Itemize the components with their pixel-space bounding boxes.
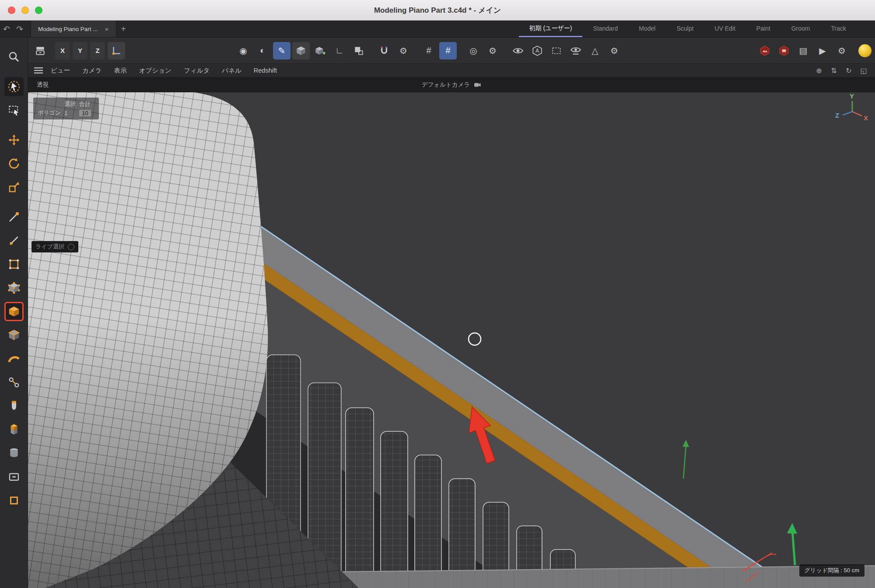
viewport-solo-button[interactable]: [509, 42, 527, 60]
tool-tooltip-icon: [68, 244, 74, 250]
frame-selection-tool[interactable]: [4, 255, 24, 274]
asset-browser-button[interactable]: [32, 42, 49, 60]
layout-tab-sculpt[interactable]: Sculpt: [666, 21, 704, 37]
tool-tooltip-label: ライブ選択: [35, 243, 64, 251]
render-view-button[interactable]: [756, 42, 774, 60]
layout-tab-standard[interactable]: Standard: [582, 21, 628, 37]
polygon-pen-button[interactable]: ✎: [273, 42, 290, 60]
menu-view[interactable]: ビュー: [45, 66, 76, 75]
viewport-3d[interactable]: Y Z X 選択 合計 ポリゴン: [28, 92, 875, 588]
add-object-button[interactable]: [312, 42, 329, 60]
uv-square-icon: [7, 494, 21, 507]
redo-button[interactable]: ↷: [13, 22, 26, 35]
undo-button[interactable]: ↶: [0, 22, 13, 35]
layout-tab-groom[interactable]: Groom: [781, 21, 821, 37]
points-mode-icon: [7, 281, 21, 294]
menu-filter[interactable]: フィルタ: [178, 66, 216, 75]
coordinate-system-button[interactable]: [108, 42, 125, 60]
pen-tool[interactable]: [4, 207, 24, 227]
edge-mode-icon: [7, 329, 21, 342]
dolly-view-icon[interactable]: ⇅: [829, 66, 839, 75]
menu-camera[interactable]: カメラ: [76, 66, 108, 75]
rectangle-selection-tool[interactable]: [4, 101, 24, 120]
snap-settings-button[interactable]: ⚙: [395, 42, 412, 60]
cylinder-tool-button[interactable]: [4, 444, 24, 463]
camera-label: デフォルトカメラ: [422, 81, 470, 89]
search-button[interactable]: [4, 47, 24, 66]
scale-tool[interactable]: [4, 178, 24, 197]
edge-mode-button[interactable]: [4, 326, 24, 345]
orbit-view-icon[interactable]: ↻: [844, 66, 854, 75]
points-mode-button[interactable]: [4, 278, 24, 298]
snap-target-button[interactable]: ◉: [234, 42, 252, 60]
layout-tab-track[interactable]: Track: [821, 21, 857, 37]
document-tab[interactable]: Modeling Piano Part ... ×: [31, 21, 116, 37]
auto-snap-button[interactable]: [375, 42, 393, 60]
half-sphere-button[interactable]: ◐: [254, 42, 271, 60]
layout-tab-model[interactable]: Model: [628, 21, 666, 37]
selection-filter-button[interactable]: [548, 42, 565, 60]
menu-display[interactable]: 表示: [108, 66, 133, 75]
tool-tooltip: ライブ選択: [32, 241, 78, 252]
camera-label-group[interactable]: デフォルトカメラ: [422, 81, 482, 89]
hamburger-icon: [34, 67, 43, 74]
cube-primitive-button[interactable]: [292, 42, 310, 60]
quantize-button[interactable]: #: [439, 42, 457, 60]
maximize-view-icon[interactable]: ◱: [858, 66, 869, 75]
joint-tool-button[interactable]: [4, 373, 24, 392]
axis-lock-x-button[interactable]: X: [55, 42, 70, 60]
layout-tab-initial[interactable]: 初期 (ユーザー): [519, 21, 583, 37]
axis-lock-z-button[interactable]: Z: [90, 42, 105, 60]
options-gear-button[interactable]: ⚙: [606, 42, 623, 60]
view-filter-button[interactable]: [567, 42, 584, 60]
grid-button[interactable]: #: [420, 42, 438, 60]
new-tab-button[interactable]: +: [116, 22, 130, 36]
pan-view-icon[interactable]: ⊕: [814, 66, 824, 75]
tool-sidebar: [0, 38, 28, 588]
minimize-window-button[interactable]: [21, 7, 29, 14]
cube-add-icon: [315, 45, 326, 56]
workplane-button[interactable]: [350, 42, 368, 60]
workplane-mode-button[interactable]: [4, 420, 24, 439]
scene-canvas[interactable]: Y Z X: [28, 92, 875, 588]
menu-options[interactable]: オプション: [133, 66, 178, 75]
selection-count: 1: [64, 108, 79, 117]
layout-tab-paint[interactable]: Paint: [746, 21, 781, 37]
render-settings-button[interactable]: ⚙: [833, 42, 850, 60]
axis-lock-y-button[interactable]: Y: [73, 42, 88, 60]
mesh-check-button[interactable]: △: [586, 42, 604, 60]
team-render-button[interactable]: ▤: [794, 42, 812, 60]
rectangle-selection-icon: [7, 104, 21, 117]
rings-mode-button[interactable]: ◎: [465, 42, 482, 60]
camera-icon: [473, 82, 481, 88]
magic-bullet-looks-icon[interactable]: [858, 44, 872, 57]
menu-panel[interactable]: パネル: [216, 66, 248, 75]
brush-tool-button[interactable]: [4, 396, 24, 416]
annotation-button[interactable]: A: [528, 42, 546, 60]
close-tab-icon[interactable]: ×: [103, 25, 111, 33]
live-selection-icon: [7, 80, 21, 93]
render-picture-viewer-button[interactable]: [775, 42, 793, 60]
projection-label[interactable]: 透視: [37, 81, 49, 89]
rotate-tool[interactable]: [4, 154, 24, 173]
live-selection-tool[interactable]: [4, 77, 24, 96]
close-window-button[interactable]: [8, 7, 15, 14]
modeling-settings-button[interactable]: ⚙: [484, 42, 501, 60]
content-drawer-button[interactable]: [4, 467, 24, 486]
render-queue-button[interactable]: ▶: [814, 42, 831, 60]
uv-mode-button[interactable]: [4, 491, 24, 510]
selection-hud: 選択 合計 ポリゴン 1 10: [33, 98, 99, 119]
menu-redshift[interactable]: Redshift: [248, 67, 283, 74]
knife-tool[interactable]: [4, 231, 24, 250]
polygon-mode-button[interactable]: [4, 302, 24, 321]
layout-tab-uvedit[interactable]: UV Edit: [704, 21, 746, 37]
measure-button[interactable]: ∟: [331, 42, 348, 60]
magnet-icon: [378, 45, 390, 56]
move-tool[interactable]: [4, 130, 24, 150]
zoom-window-button[interactable]: [35, 7, 42, 14]
render-picture-viewer-icon: [778, 45, 790, 56]
gizmo-x-label: X: [864, 114, 868, 122]
tweak-mode-button[interactable]: [4, 349, 24, 368]
selection-row-label: ポリゴン: [38, 108, 64, 117]
viewport-menu-button[interactable]: [34, 67, 43, 74]
